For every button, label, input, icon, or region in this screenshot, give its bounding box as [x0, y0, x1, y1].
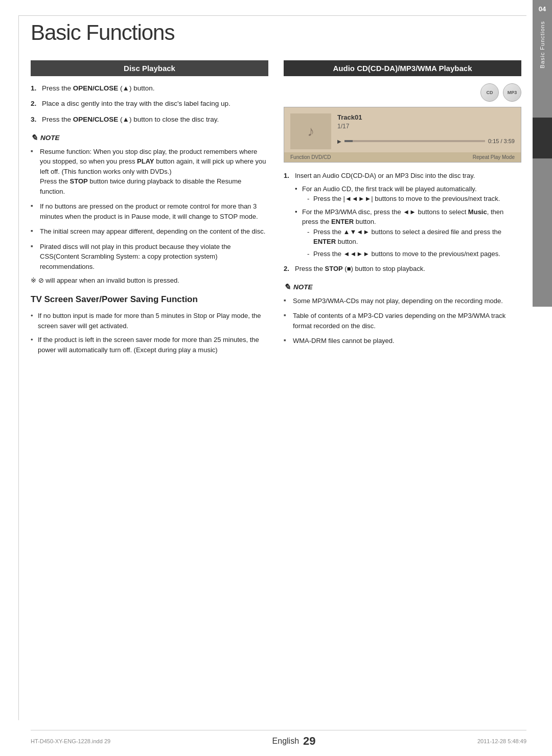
note-icon: ✎ [31, 133, 37, 143]
tv-screen-saver-title: TV Screen Saver/Power Saving Function [31, 294, 268, 305]
mp3-dashes: Press the ▲▼◄► buttons to select a desir… [307, 227, 521, 259]
time-display: 0:15 / 3:59 [488, 138, 515, 144]
page-footer: HT-D450-XY-ENG-1228.indd 29 English 29 2… [31, 730, 526, 748]
track-name: Track01 [337, 113, 515, 121]
audio-note-header: ✎ NOTE [284, 282, 521, 292]
note-bullet-3: The initial screen may appear different,… [31, 226, 268, 237]
footer-function: Function DVD/CD [290, 154, 331, 160]
side-tab-highlight [533, 118, 552, 158]
player-display: ♪ Track01 1/17 ▶ 0:15 / [284, 107, 521, 163]
progress-bar-container: ▶ 0:15 / 3:59 [337, 138, 515, 144]
page-num: 29 [303, 735, 315, 748]
disc-playback-header: Disc Playback [31, 60, 268, 76]
note-label: NOTE [40, 134, 60, 142]
audio-cd-note: ✎ NOTE Some MP3/WMA-CDs may not play, de… [284, 282, 521, 346]
side-tab: 04 Basic Functions [533, 0, 552, 307]
sub-bullet-mp3: For the MP3/WMA disc, press the ◄► butto… [295, 207, 521, 259]
player-info: Track01 1/17 ▶ 0:15 / 3:59 [337, 113, 515, 146]
audio-step-1: 1. Insert an Audio CD(CD-DA) or an MP3 D… [284, 171, 521, 259]
tv-bullet-2: If the product is left in the screen sav… [31, 335, 268, 355]
note-bullets-list: Resume function: When you stop disc play… [31, 147, 268, 272]
dash-1: Press the |◄◄►►| buttons to move to the … [307, 194, 521, 204]
audio-note-bullet-1: Some MP3/WMA-CDs may not play, depending… [284, 296, 521, 306]
audio-step-2: 2. Press the STOP (■) button to stop pla… [284, 264, 521, 274]
progress-fill [344, 140, 353, 142]
left-column: Disc Playback 1. Press the OPEN/CLOSE (▲… [31, 60, 268, 359]
disc-playback-steps: 1. Press the OPEN/CLOSE (▲) button. 2. P… [31, 83, 268, 125]
tv-bullet-1: If no button input is made for more than… [31, 311, 268, 331]
step-1: 1. Press the OPEN/CLOSE (▲) button. [31, 83, 268, 94]
audio-note-bullet-2: Table of contents of a MP3-CD varies dep… [284, 311, 521, 331]
player-footer: Function DVD/CD Repeat Play Mode [284, 152, 521, 162]
note-bullet-2: If no buttons are pressed on the product… [31, 201, 268, 221]
player-inner: ♪ Track01 1/17 ▶ 0:15 / [290, 113, 515, 149]
time-total: 3:59 [504, 138, 515, 144]
footer-repeat: Repeat Play Mode [473, 154, 515, 160]
audio-cd-dashes: Press the |◄◄►►| buttons to move to the … [307, 194, 521, 204]
disc-playback-note: ✎ NOTE Resume function: When you stop di… [31, 133, 268, 285]
right-column: Audio CD(CD-DA)/MP3/WMA Playback CD MP3 … [284, 60, 521, 359]
note-bullet-4: Pirated discs will not play in this prod… [31, 242, 268, 272]
footer-file: HT-D450-XY-ENG-1228.indd 29 [31, 738, 110, 744]
page-container: 04 Basic Functions Basic Functions Disc … [0, 0, 552, 756]
mp3-dash-1: Press the ▲▼◄► buttons to select a desir… [307, 227, 521, 247]
track-position: 1/17 [337, 123, 515, 130]
side-tab-text: Basic Functions [539, 21, 545, 68]
step-2: 2. Place a disc gently into the tray wit… [31, 99, 268, 109]
mp3-icon: MP3 [503, 83, 521, 102]
top-margin-line [18, 15, 526, 16]
two-column-layout: Disc Playback 1. Press the OPEN/CLOSE (▲… [31, 60, 521, 359]
audio-note-bullets: Some MP3/WMA-CDs may not play, depending… [284, 296, 521, 346]
note-warning: ※ ⊘ will appear when an invalid button i… [31, 277, 268, 284]
cd-icons-row: CD MP3 [284, 83, 521, 102]
audio-note-bullet-3: WMA-DRM files cannot be played. [284, 336, 521, 346]
tv-screen-saver-section: TV Screen Saver/Power Saving Function If… [31, 294, 268, 355]
music-note-icon: ♪ [307, 123, 314, 140]
note-bullet-1: Resume function: When you stop disc play… [31, 147, 268, 197]
audio-note-icon: ✎ [284, 282, 290, 292]
language-label: English [272, 737, 299, 746]
audio-cd-header: Audio CD(CD-DA)/MP3/WMA Playback [284, 60, 521, 76]
sub-bullet-audio-cd: For an Audio CD, the first track will be… [295, 184, 521, 204]
note-header: ✎ NOTE [31, 133, 268, 143]
progress-bar [344, 140, 485, 142]
mp3-icon-label: MP3 [508, 90, 517, 95]
time-current: 0:15 [488, 138, 499, 144]
audio-note-label: NOTE [293, 283, 313, 291]
tv-screen-saver-bullets: If no button input is made for more than… [31, 311, 268, 355]
page-title: Basic Functions [31, 20, 521, 45]
side-tab-number: 04 [539, 5, 546, 13]
music-icon-box: ♪ [290, 113, 331, 149]
footer-date: 2011-12-28 5:48:49 [477, 738, 526, 744]
cd-icon: CD [480, 83, 499, 102]
audio-cd-steps: 1. Insert an Audio CD(CD-DA) or an MP3 D… [284, 171, 521, 274]
left-margin-line [18, 15, 19, 720]
page-number: English 29 [272, 735, 316, 748]
play-button-icon: ▶ [337, 139, 341, 144]
cd-icon-label: CD [487, 90, 493, 95]
mp3-dash-2: Press the ◄◄►► buttons to move to the pr… [307, 249, 521, 259]
audio-step-1-subbullets: For an Audio CD, the first track will be… [295, 184, 521, 259]
step-3: 3. Press the OPEN/CLOSE (▲) button to cl… [31, 114, 268, 125]
